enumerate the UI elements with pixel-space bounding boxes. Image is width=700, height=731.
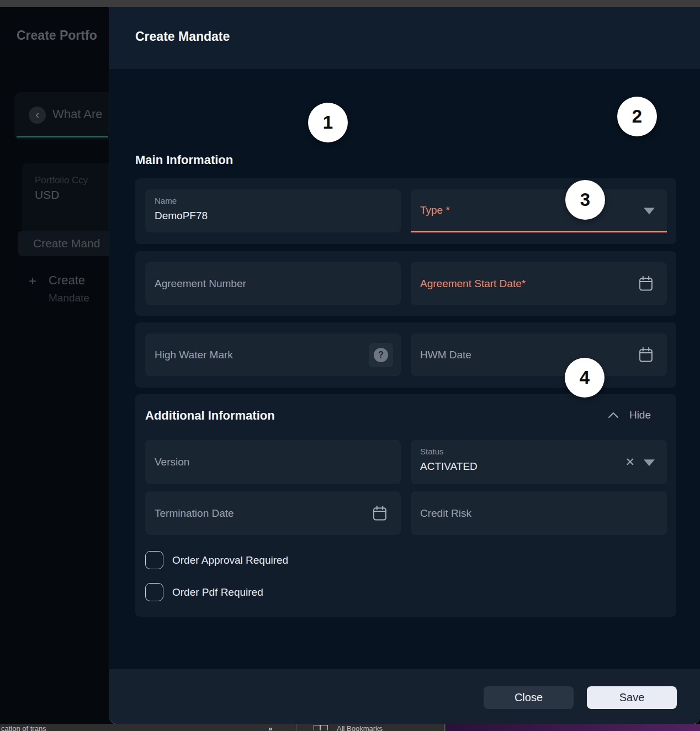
annotation-badge-4: 4 xyxy=(565,358,604,398)
order-pdf-required-label: Order Pdf Required xyxy=(172,586,263,598)
drawer-footer: Close Save xyxy=(109,669,700,724)
additional-information-card: Additional Information Hide Version Stat… xyxy=(135,394,676,617)
checkbox-order-approval-required[interactable] xyxy=(145,551,163,569)
credit-risk-input[interactable]: Credit Risk xyxy=(411,491,667,535)
name-value: DemoPF78 xyxy=(155,210,208,222)
divider xyxy=(444,724,445,731)
active-tab-underline xyxy=(17,136,108,137)
hide-toggle[interactable]: Hide xyxy=(607,409,651,421)
order-pdf-required-row: Order Pdf Required xyxy=(145,583,263,601)
status-select[interactable]: Status ACTIVATED ✕ xyxy=(411,440,667,484)
all-bookmarks-button[interactable]: All Bookmarks xyxy=(337,724,383,731)
additional-row-1: Version Status ACTIVATED ✕ xyxy=(135,440,676,484)
close-button[interactable]: Close xyxy=(484,686,574,709)
create-mandate-link-line2[interactable]: Mandate xyxy=(49,292,89,304)
drawer-body: Main Information Name DemoPF78 Type * Ag… xyxy=(109,69,700,669)
version-input[interactable]: Version xyxy=(145,440,401,484)
credit-risk-placeholder: Credit Risk xyxy=(420,507,471,520)
checkbox-order-pdf-required[interactable] xyxy=(145,583,163,601)
termination-date-input[interactable]: Termination Date xyxy=(145,491,401,535)
portfolio-ccy-label: Portfolio Ccy xyxy=(35,175,88,186)
agreement-number-placeholder: Agreement Number xyxy=(155,278,246,290)
plus-icon: + xyxy=(29,273,36,289)
type-label: Type * xyxy=(420,204,450,216)
browser-top-bar xyxy=(0,0,700,7)
name-field[interactable]: Name DemoPF78 xyxy=(145,189,401,232)
order-approval-required-label: Order Approval Required xyxy=(172,554,288,566)
chevron-down-icon xyxy=(644,208,655,214)
name-label: Name xyxy=(155,196,177,205)
termination-date-placeholder: Termination Date xyxy=(155,507,234,520)
help-icon[interactable]: ? xyxy=(369,343,393,367)
calendar-icon[interactable] xyxy=(638,276,654,292)
agreement-start-date-label: Agreement Start Date* xyxy=(420,278,526,290)
form-row-2: Agreement Number Agreement Start Date* xyxy=(135,251,676,316)
all-bookmarks-icon xyxy=(314,725,328,730)
bookmark-item-label[interactable]: cation of trans xyxy=(1,724,46,731)
hwm-date-input[interactable]: HWM Date xyxy=(411,333,667,376)
agreement-number-input[interactable]: Agreement Number xyxy=(145,262,401,305)
drawer-header: Create Mandate xyxy=(109,7,700,69)
type-select[interactable]: Type * xyxy=(411,189,667,232)
clear-icon[interactable]: ✕ xyxy=(625,455,635,469)
calendar-icon[interactable] xyxy=(638,347,654,363)
page-content-strip xyxy=(446,724,700,731)
annotation-badge-3: 3 xyxy=(565,180,605,220)
annotation-badge-2: 2 xyxy=(617,97,657,136)
portfolio-ccy-value: USD xyxy=(35,188,59,202)
back-chevron-icon: ‹ xyxy=(35,108,39,120)
create-mandate-drawer: Create Mandate Main Information Name Dem… xyxy=(109,7,700,724)
chevron-down-icon[interactable] xyxy=(644,459,655,466)
calendar-icon[interactable] xyxy=(372,505,388,522)
divider xyxy=(296,724,296,731)
hide-label: Hide xyxy=(629,409,651,421)
back-button[interactable]: ‹ xyxy=(29,107,46,124)
drawer-title: Create Mandate xyxy=(135,29,230,44)
hwm-date-placeholder: HWM Date xyxy=(420,349,471,361)
bookmarks-bar: cation of trans » All Bookmarks xyxy=(0,724,700,731)
status-label: Status xyxy=(420,447,444,456)
high-water-mark-input[interactable]: High Water Mark ? xyxy=(145,333,401,376)
create-mandate-link-line1[interactable]: Create xyxy=(49,273,85,288)
chevron-up-icon xyxy=(607,411,619,419)
status-value: ACTIVATED xyxy=(420,460,478,473)
additional-row-2: Termination Date Credit Risk xyxy=(135,491,676,535)
main-information-heading: Main Information xyxy=(135,153,233,167)
tab-what-are-label: What Are xyxy=(52,107,102,121)
order-approval-required-row: Order Approval Required xyxy=(145,551,288,569)
version-placeholder: Version xyxy=(155,456,189,468)
screen: Create Portfo ‹ What Are Portfolio Ccy U… xyxy=(0,0,700,731)
save-button[interactable]: Save xyxy=(587,686,677,709)
page-title: Create Portfo xyxy=(17,28,97,43)
additional-information-heading: Additional Information xyxy=(145,409,275,423)
agreement-start-date-input[interactable]: Agreement Start Date* xyxy=(411,262,667,305)
high-water-mark-placeholder: High Water Mark xyxy=(155,349,233,361)
annotation-badge-1: 1 xyxy=(308,103,348,142)
bookmarks-overflow-chevrons-icon[interactable]: » xyxy=(268,724,272,731)
